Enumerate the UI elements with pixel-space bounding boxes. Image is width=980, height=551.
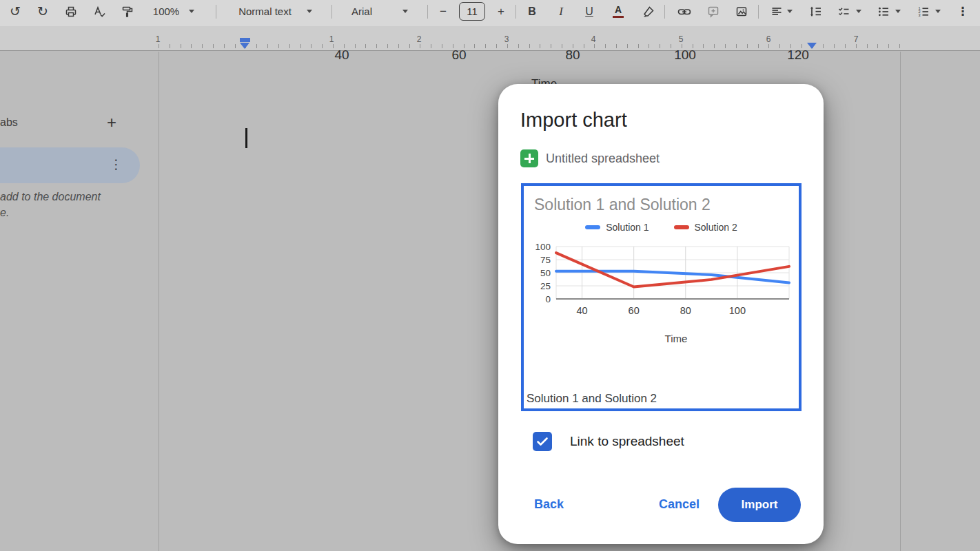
chevron-down-icon — [787, 10, 793, 13]
toolbar-separator — [758, 5, 759, 19]
font-size-input[interactable]: 11 — [459, 2, 485, 21]
import-chart-dialog: Import chart Untitled spreadsheet 025507… — [498, 84, 824, 544]
add-tab-button[interactable]: + — [107, 113, 116, 132]
chevron-down-icon — [402, 10, 408, 13]
align-select[interactable] — [766, 0, 797, 23]
chart-title: Solution 1 and Solution 2 — [534, 196, 711, 214]
back-button[interactable]: Back — [534, 497, 564, 512]
font-select[interactable]: Arial — [341, 0, 418, 23]
ruler-number: 1 — [329, 34, 334, 44]
svg-text:0: 0 — [545, 294, 551, 304]
redo-icon[interactable]: ↻ — [33, 0, 52, 23]
chart-preview-selected[interactable]: 0255075100406080100Time Solution 1 and S… — [521, 183, 802, 411]
text-color-swatch — [613, 16, 624, 19]
tabs-panel-heading: abs — [0, 116, 18, 129]
more-options-icon[interactable]: ⋮ — [954, 0, 972, 23]
ruler-number: 4 — [591, 34, 596, 44]
font-value: Arial — [351, 6, 372, 17]
bulleted-list-select[interactable] — [872, 0, 906, 23]
checklist-select[interactable] — [833, 0, 866, 23]
google-sheets-icon — [520, 149, 538, 167]
chevron-down-icon — [935, 10, 941, 13]
legend-label: Solution 2 — [695, 222, 737, 233]
toolbar-separator — [427, 5, 428, 19]
legend-swatch — [585, 225, 600, 229]
horizontal-ruler: 11234567 — [0, 26, 980, 51]
paint-format-icon[interactable] — [118, 0, 137, 23]
numbered-list-select[interactable]: 123 — [912, 0, 946, 23]
zoom-value: 100% — [153, 6, 179, 17]
svg-text:75: 75 — [540, 255, 551, 265]
zoom-select[interactable]: 100% — [146, 0, 201, 23]
source-spreadsheet-row: Untitled spreadsheet — [520, 149, 660, 167]
docs-toolbar: ↺ ↻ 100% Normal text Arial − 11 + B — [0, 0, 980, 26]
ruler-number: 3 — [504, 34, 509, 44]
increase-font-size-button[interactable]: + — [492, 0, 510, 23]
underline-button[interactable]: U — [580, 0, 599, 23]
link-to-spreadsheet-checkbox[interactable] — [533, 432, 552, 451]
undo-icon[interactable]: ↺ — [6, 0, 25, 23]
chevron-down-icon — [856, 10, 861, 13]
background-chart-x-label: 120 — [787, 48, 809, 63]
svg-text:50: 50 — [540, 268, 551, 278]
spreadsheet-name: Untitled spreadsheet — [546, 152, 660, 166]
print-icon[interactable] — [61, 0, 81, 23]
line-spacing-icon[interactable] — [805, 0, 826, 23]
highlight-color-icon[interactable] — [639, 0, 658, 23]
chevron-down-icon — [895, 10, 901, 13]
toolbar-separator — [515, 5, 516, 19]
ruler-number: 6 — [766, 34, 771, 44]
page-left-edge — [159, 52, 159, 551]
background-chart-x-label: 80 — [565, 48, 580, 63]
text-color-button[interactable]: A — [609, 0, 628, 23]
chart-caption: Solution 1 and Solution 2 — [527, 392, 657, 406]
toolbar-separator — [331, 5, 332, 19]
toolbar-separator — [216, 5, 216, 19]
background-chart-x-label: 100 — [674, 48, 696, 63]
cancel-button[interactable]: Cancel — [659, 497, 700, 512]
chevron-down-icon — [307, 10, 312, 13]
document-canvas[interactable] — [0, 52, 980, 551]
tabs-hint-text: add to the document — [0, 191, 101, 203]
add-comment-icon[interactable] — [704, 0, 723, 23]
ruler-number: 5 — [679, 34, 684, 44]
decrease-font-size-button[interactable]: − — [434, 0, 452, 23]
import-button[interactable]: Import — [718, 488, 801, 522]
legend-item: Solution 2 — [674, 222, 737, 233]
tabs-hint-text: e. — [0, 207, 9, 219]
svg-text:Time: Time — [665, 333, 688, 344]
svg-text:25: 25 — [540, 281, 551, 291]
legend-item: Solution 1 — [585, 222, 649, 233]
svg-text:100: 100 — [535, 242, 551, 252]
chevron-down-icon — [189, 10, 194, 13]
ruler-number: 1 — [156, 34, 161, 44]
toolbar-separator — [664, 5, 665, 19]
svg-text:60: 60 — [629, 305, 640, 316]
first-line-indent-marker[interactable] — [240, 38, 250, 42]
tab-options-kebab-icon[interactable]: ⋮ — [110, 156, 123, 172]
italic-button[interactable]: I — [551, 0, 571, 23]
page-right-edge — [900, 52, 901, 551]
insert-link-icon[interactable] — [674, 0, 695, 23]
svg-text:40: 40 — [576, 305, 587, 316]
bold-button[interactable]: B — [522, 0, 542, 23]
google-docs-window: ↺ ↻ 100% Normal text Arial − 11 + B — [0, 0, 980, 551]
link-checkbox-row: Link to spreadsheet — [533, 432, 684, 451]
ruler-number: 2 — [417, 34, 422, 44]
insert-image-icon[interactable] — [732, 0, 751, 23]
checkmark-icon — [535, 435, 549, 448]
background-chart-x-label: 60 — [451, 48, 466, 63]
dialog-title: Import chart — [520, 109, 627, 132]
spellcheck-icon[interactable] — [90, 0, 109, 23]
ruler-number: 7 — [854, 34, 859, 44]
chart-plot: 0255075100406080100Time — [524, 186, 799, 408]
background-chart-x-label: 40 — [334, 48, 349, 63]
svg-text:80: 80 — [680, 305, 691, 316]
legend-swatch — [674, 225, 689, 229]
checkbox-label: Link to spreadsheet — [570, 434, 684, 449]
chart-legend: Solution 1Solution 2 — [524, 222, 799, 233]
paragraph-style-select[interactable]: Normal text — [225, 0, 325, 23]
style-value: Normal text — [238, 6, 292, 17]
text-cursor — [245, 128, 247, 148]
left-indent-marker[interactable] — [240, 43, 249, 49]
